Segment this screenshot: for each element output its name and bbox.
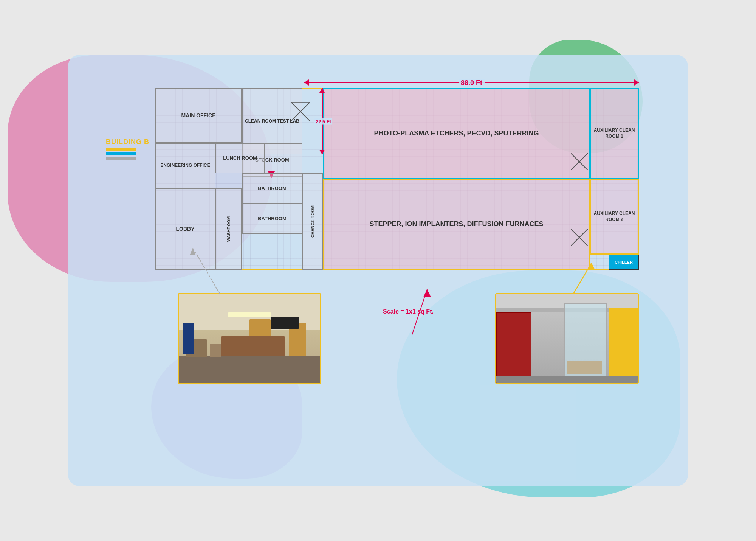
building-b-stripe-gray — [106, 157, 136, 160]
room-aux-clean-2: AUXILIARY CLEAN ROOM 2 — [590, 179, 639, 255]
building-b-stripe-blue — [106, 152, 136, 155]
floorplan-wrapper: BUILDING B 88.0 Ft — [110, 78, 646, 384]
lobby-photo — [178, 293, 321, 384]
room-chiller: CHILLER — [609, 255, 639, 270]
room-photo-plasma: PHOTO-PLASMA ETCHERS, PECVD, SPUTERRING — [323, 88, 590, 179]
room-washroom: WASHROOM — [215, 188, 242, 270]
room-aux-clean-1: AUXILIARY CLEAN ROOM 1 — [590, 88, 639, 179]
door-mark-2 — [571, 153, 588, 172]
dimension-88ft-label: 88.0 Ft — [459, 79, 485, 87]
dimension-arrow-right — [634, 79, 639, 86]
room-main-office: MAIN OFFICE — [155, 88, 242, 143]
room-engineering-office: ENGINEERING OFFICE — [155, 143, 215, 188]
room-bathroom-1: BATHROOM — [242, 173, 302, 204]
main-card: BUILDING B 88.0 Ft — [68, 55, 688, 486]
door-mark-1 — [291, 102, 310, 121]
building-b-title: BUILDING B — [106, 138, 149, 146]
dimension-22ft-label: 22.5 Ft — [314, 118, 332, 124]
lobby-photo-content — [179, 294, 320, 383]
dimension-arrow-left — [304, 79, 309, 86]
room-change-room: CHANGE ROOM — [302, 173, 323, 270]
scale-label: Scale = 1x1 sq Ft. — [383, 308, 434, 315]
room-bathroom-2: BATHROOM — [242, 204, 302, 234]
room-lunch-room: LUNCH ROOM — [215, 143, 265, 173]
lab-photo-content — [496, 294, 638, 383]
door-mark-3 — [571, 229, 588, 247]
photos-area: Scale = 1x1 sq Ft. — [155, 293, 639, 384]
background-wrapper: BUILDING B 88.0 Ft — [38, 25, 718, 516]
scale-label-area: Scale = 1x1 sq Ft. — [383, 293, 434, 384]
floorplan-area: 88.0 Ft MAIN OFFICE CLEAN ROOM TEST LAB — [155, 78, 639, 289]
building-b-stripe-yellow — [106, 148, 136, 151]
lab-photo — [495, 293, 639, 384]
dimension-22ft: 22.5 Ft — [314, 88, 330, 154]
building-b-label: BUILDING B — [106, 138, 149, 160]
room-stepper: STEPPER, ION IMPLANTERS, DIFFUSION FURNA… — [323, 179, 590, 270]
dimension-88ft: 88.0 Ft — [304, 78, 639, 88]
room-lobby: LOBBY — [155, 188, 215, 270]
